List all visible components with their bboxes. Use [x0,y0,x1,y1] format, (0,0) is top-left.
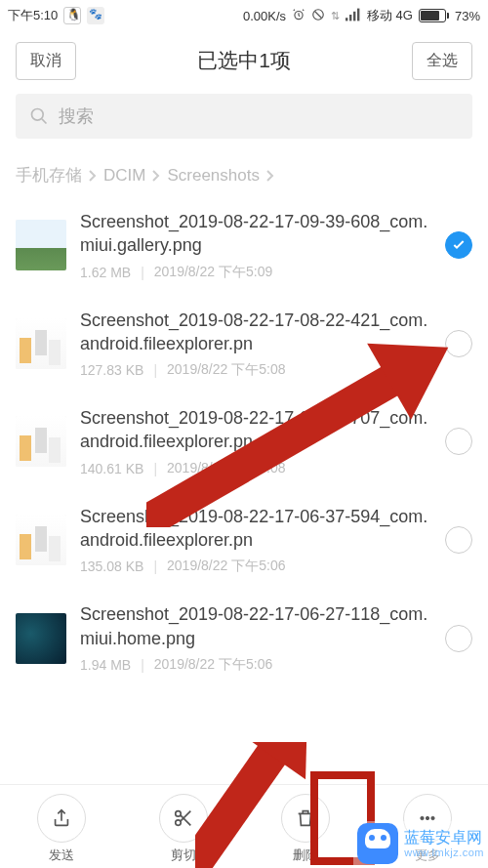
svg-marker-15 [237,742,343,779]
file-size: 127.83 KB [80,362,143,378]
file-thumbnail [16,220,66,270]
svg-point-6 [32,109,44,121]
file-size: 135.08 KB [80,558,143,574]
battery-icon [419,9,449,22]
battery-percent: 73% [455,9,480,23]
data-icon: ⇅ [331,10,340,22]
signal-icon [346,8,361,24]
app-notification-icon [87,7,104,24]
carrier-label: 移动 4G [367,7,413,24]
trash-icon [295,807,316,829]
file-name: Screenshot_2019-08-22-17-08-17-707_com.a… [80,406,431,454]
selection-checkbox[interactable] [445,526,472,554]
file-thumbnail [16,416,66,467]
file-name: Screenshot_2019-08-22-17-06-27-118_com.m… [80,602,431,650]
search-icon [29,106,49,126]
list-item[interactable]: Screenshot_2019-08-22-17-09-39-608_com.m… [0,196,488,295]
file-list: Screenshot_2019-08-22-17-09-39-608_com.m… [0,196,488,687]
watermark-title: 蓝莓安卓网 [404,829,484,847]
list-item[interactable]: Screenshot_2019-08-22-17-06-37-594_com.a… [0,491,488,590]
file-name: Screenshot_2019-08-22-17-08-22-421_com.a… [80,309,431,356]
send-button[interactable]: 发送 [37,794,86,864]
cut-button[interactable]: 剪切 [159,794,208,864]
file-size: 1.94 MB [80,657,131,673]
svg-point-10 [426,816,428,819]
file-date: 2019/8/22 下午5:09 [154,264,272,281]
svg-rect-4 [353,11,355,21]
status-bar: 下午5:10 0.00K/s ⇅ 移动 4G 73% [0,0,488,31]
network-speed: 0.00K/s [243,9,286,23]
page-title: 已选中1项 [86,47,402,74]
file-thumbnail [16,613,66,664]
file-date: 2019/8/22 下午5:06 [154,656,272,674]
cancel-button[interactable]: 取消 [16,42,76,80]
svg-rect-3 [349,15,351,21]
share-icon [51,807,72,829]
svg-rect-2 [346,18,347,21]
file-date: 2019/8/22 下午5:08 [167,460,285,477]
file-thumbnail [16,318,66,369]
file-size: 1.62 MB [80,265,131,280]
selection-header: 取消 已选中1项 全选 [0,31,488,90]
breadcrumb[interactable]: 手机存储 DCIM Screenshots [0,152,488,196]
selection-checkbox[interactable] [445,231,472,259]
qq-notification-icon [63,7,81,24]
selection-checkbox[interactable] [445,330,472,357]
watermark: 蓝莓安卓网 www.lmkjz.com [353,821,488,866]
chevron-right-icon [88,169,98,183]
cut-label: 剪切 [171,847,196,864]
list-item[interactable]: Screenshot_2019-08-22-17-08-22-421_com.a… [0,295,488,393]
crumb-segment[interactable]: DCIM [103,166,145,186]
alarm-icon [292,8,305,24]
watermark-icon [357,823,398,864]
chevron-right-icon [265,169,275,183]
status-time: 下午5:10 [8,7,58,24]
file-thumbnail [16,515,66,565]
crumb-segment[interactable]: Screenshots [167,166,260,186]
delete-label: 删除 [293,847,318,864]
file-name: Screenshot_2019-08-22-17-09-39-608_com.m… [80,210,431,258]
scissors-icon [173,807,194,829]
file-size: 140.61 KB [80,461,143,476]
search-input[interactable]: 搜索 [16,94,472,139]
list-item[interactable]: Screenshot_2019-08-22-17-06-27-118_com.m… [0,589,488,687]
selection-checkbox[interactable] [445,625,472,652]
search-placeholder: 搜索 [59,104,94,128]
check-icon [451,237,467,253]
svg-point-11 [430,816,433,819]
select-all-button[interactable]: 全选 [412,42,472,80]
svg-point-9 [420,816,423,819]
file-date: 2019/8/22 下午5:06 [167,558,285,575]
file-name: Screenshot_2019-08-22-17-06-37-594_com.a… [80,505,431,553]
file-date: 2019/8/22 下午5:08 [167,361,285,379]
chevron-right-icon [151,169,161,183]
selection-checkbox[interactable] [445,428,472,455]
dnd-icon [311,8,325,24]
send-label: 发送 [49,847,74,864]
list-item[interactable]: Screenshot_2019-08-22-17-08-17-707_com.a… [0,393,488,491]
watermark-url: www.lmkjz.com [404,847,484,858]
crumb-segment[interactable]: 手机存储 [16,164,82,186]
delete-button[interactable]: 删除 [281,794,330,864]
svg-rect-5 [357,8,359,21]
